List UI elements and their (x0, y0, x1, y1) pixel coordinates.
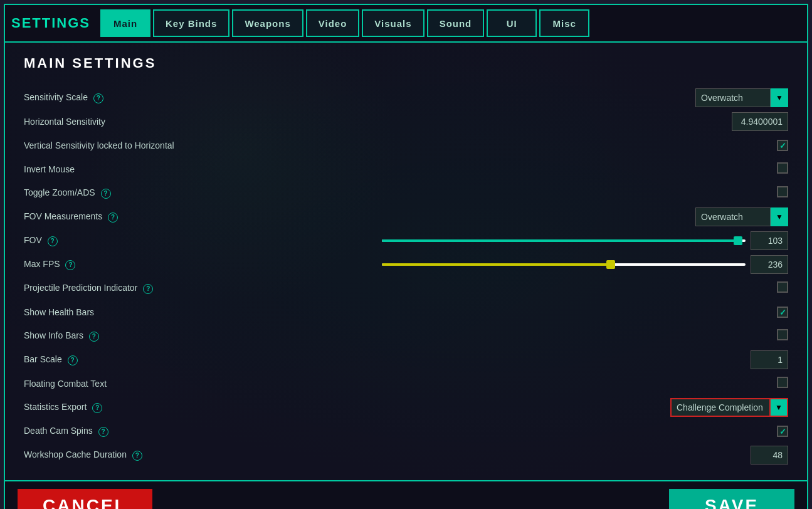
settings-window: SETTINGS Main Key Binds Weapons Video Vi… (4, 4, 808, 509)
row-fov-measurements: FOV Measurements ? Overwatch ▼ (24, 206, 788, 228)
input-max-fps[interactable] (751, 255, 788, 274)
label-statistics-export: Statistics Export ? (24, 396, 382, 419)
row-invert-mouse: Invert Mouse (24, 158, 788, 181)
row-projectile-prediction: Projectile Prediction Indicator ? (24, 277, 788, 300)
label-death-cam-spins: Death Cam Spins ? (24, 420, 382, 443)
help-icon-max-fps[interactable]: ? (65, 260, 75, 270)
dropdown-container-sensitivity-scale: Overwatch ▼ (695, 88, 788, 107)
dropdown-arrow-sensitivity-scale[interactable]: ▼ (771, 88, 788, 107)
help-icon-fov-measurements[interactable]: ? (108, 213, 118, 223)
dropdown-statistics-export[interactable]: Challenge Completion (670, 398, 771, 417)
app-title: SETTINGS (11, 15, 90, 31)
slider-track-max-fps[interactable] (382, 263, 746, 266)
checkbox-invert-mouse[interactable] (777, 162, 788, 174)
cancel-button[interactable]: CANCEL (18, 489, 152, 509)
dropdown-container-statistics-export: Challenge Completion ▼ (670, 398, 788, 417)
help-icon-sensitivity-scale[interactable]: ? (93, 93, 103, 103)
input-fov[interactable] (751, 231, 788, 250)
slider-fill-max-fps (382, 263, 611, 266)
checkbox-death-cam-spins[interactable] (777, 426, 788, 437)
row-horizontal-sensitivity: Horizontal Sensitivity (24, 110, 788, 133)
checkbox-toggle-zoom-ads[interactable] (777, 186, 788, 197)
row-show-info-bars: Show Info Bars ? (24, 325, 788, 347)
control-show-info-bars (382, 325, 788, 347)
label-show-health-bars: Show Health Bars (24, 301, 382, 323)
row-workshop-cache-duration: Workshop Cache Duration ? (24, 444, 788, 466)
row-vertical-sensitivity-locked: Vertical Sensitivity locked to Horizonta… (24, 134, 788, 157)
help-icon-fov[interactable]: ? (48, 236, 58, 246)
row-toggle-zoom-ads: Toggle Zoom/ADS ? (24, 182, 788, 204)
row-show-health-bars: Show Health Bars (24, 301, 788, 323)
control-statistics-export: Challenge Completion ▼ (382, 396, 788, 419)
main-content: MAIN SETTINGS Sensitivity Scale ? Overwa… (5, 43, 807, 480)
tab-visuals[interactable]: Visuals (362, 9, 424, 37)
control-max-fps (382, 253, 788, 276)
label-vertical-sensitivity-locked: Vertical Sensitivity locked to Horizonta… (24, 134, 382, 157)
checkbox-vertical-sensitivity-locked[interactable] (777, 140, 788, 151)
row-floating-combat-text: Floating Combat Text (24, 372, 788, 395)
slider-track-fov[interactable] (382, 239, 746, 242)
help-icon-projectile-prediction[interactable]: ? (143, 284, 153, 294)
settings-table: Sensitivity Scale ? Overwatch ▼ Horizont… (24, 85, 788, 468)
label-floating-combat-text: Floating Combat Text (24, 372, 382, 395)
input-bar-scale[interactable] (751, 350, 788, 369)
slider-container-fov (382, 231, 788, 250)
dropdown-arrow-fov-measurements[interactable]: ▼ (771, 207, 788, 226)
help-icon-workshop-cache-duration[interactable]: ? (132, 451, 142, 461)
label-max-fps: Max FPS ? (24, 253, 382, 276)
tab-ui[interactable]: UI (487, 9, 537, 37)
label-bar-scale: Bar Scale ? (24, 349, 382, 371)
control-workshop-cache-duration (382, 444, 788, 466)
control-invert-mouse (382, 158, 788, 181)
help-icon-toggle-zoom-ads[interactable]: ? (101, 189, 111, 199)
control-sensitivity-scale: Overwatch ▼ (382, 87, 788, 109)
tab-keybinds[interactable]: Key Binds (153, 9, 229, 37)
label-invert-mouse: Invert Mouse (24, 158, 382, 181)
tab-main[interactable]: Main (100, 9, 150, 37)
dropdown-container-fov-measurements: Overwatch ▼ (695, 207, 788, 226)
help-icon-death-cam-spins[interactable]: ? (98, 427, 108, 437)
tab-sound[interactable]: Sound (427, 9, 485, 37)
tab-misc[interactable]: Misc (539, 9, 589, 37)
slider-thumb-fov[interactable] (734, 236, 742, 245)
dropdown-sensitivity-scale[interactable]: Overwatch (695, 88, 771, 107)
row-max-fps: Max FPS ? (24, 253, 788, 276)
control-vertical-sensitivity-locked (382, 134, 788, 157)
checkbox-show-health-bars[interactable] (777, 307, 788, 318)
row-statistics-export: Statistics Export ? Challenge Completion… (24, 396, 788, 419)
control-horizontal-sensitivity (382, 110, 788, 133)
label-fov: FOV ? (24, 229, 382, 252)
checkbox-floating-combat-text[interactable] (777, 377, 788, 388)
label-show-info-bars: Show Info Bars ? (24, 325, 382, 347)
dropdown-arrow-statistics-export[interactable]: ▼ (771, 398, 788, 417)
row-bar-scale: Bar Scale ? (24, 349, 788, 371)
input-horizontal-sensitivity[interactable] (732, 112, 788, 131)
tab-video[interactable]: Video (306, 9, 360, 37)
label-workshop-cache-duration: Workshop Cache Duration ? (24, 444, 382, 466)
slider-container-max-fps (382, 255, 788, 274)
input-workshop-cache-duration[interactable] (751, 446, 788, 464)
label-fov-measurements: FOV Measurements ? (24, 206, 382, 228)
slider-thumb-max-fps[interactable] (606, 260, 615, 269)
control-projectile-prediction (382, 277, 788, 300)
dropdown-fov-measurements[interactable]: Overwatch (695, 207, 771, 226)
control-fov-measurements: Overwatch ▼ (382, 206, 788, 228)
control-fov (382, 229, 788, 252)
row-death-cam-spins: Death Cam Spins ? (24, 420, 788, 443)
control-toggle-zoom-ads (382, 182, 788, 204)
save-button[interactable]: SAVE (669, 489, 794, 509)
control-death-cam-spins (382, 420, 788, 443)
label-sensitivity-scale: Sensitivity Scale ? (24, 87, 382, 109)
checkbox-projectile-prediction[interactable] (777, 281, 788, 293)
control-bar-scale (382, 349, 788, 371)
help-icon-bar-scale[interactable]: ? (68, 355, 78, 365)
row-fov: FOV ? (24, 229, 788, 252)
control-show-health-bars (382, 301, 788, 323)
help-icon-statistics-export[interactable]: ? (92, 403, 102, 413)
label-projectile-prediction: Projectile Prediction Indicator ? (24, 277, 382, 300)
tab-weapons[interactable]: Weapons (232, 9, 303, 37)
checkbox-show-info-bars[interactable] (777, 329, 788, 340)
bottom-bar: CANCEL SAVE (5, 480, 807, 509)
slider-fill-fov (382, 239, 738, 242)
help-icon-show-info-bars[interactable]: ? (89, 332, 99, 342)
